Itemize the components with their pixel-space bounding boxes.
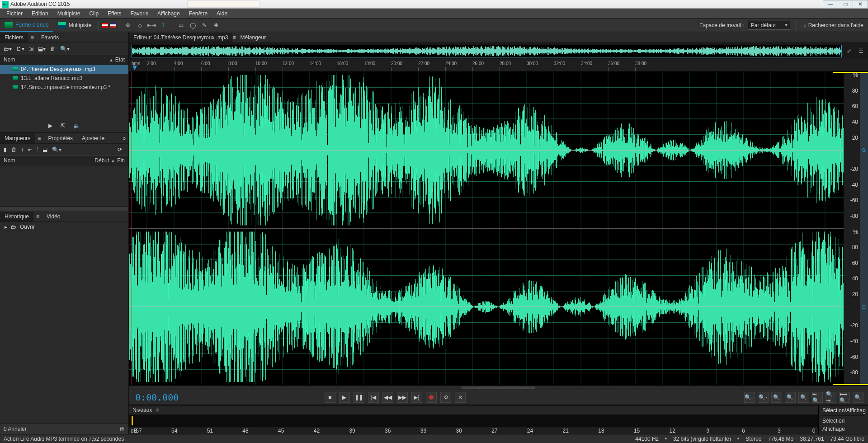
panel-menu-icon[interactable]: ≡ bbox=[35, 135, 43, 141]
zoom-tool-1-icon[interactable]: ⇤🔍 bbox=[812, 392, 823, 403]
rewind-button[interactable]: ◀◀ bbox=[382, 392, 393, 403]
scrollbar-thumb[interactable] bbox=[462, 386, 536, 389]
move-tool-icon[interactable]: ✥ bbox=[124, 21, 132, 29]
file-item[interactable]: 13.L_affaire Ranucci.mp3 bbox=[0, 74, 128, 83]
flag-icon-1[interactable] bbox=[102, 23, 108, 28]
mcol-name[interactable]: Nom bbox=[4, 157, 94, 164]
timecode[interactable]: 0:00.000 bbox=[129, 392, 185, 403]
search-files-icon[interactable]: 🔍▾ bbox=[60, 46, 70, 52]
marker-tool-2-icon[interactable]: ⇤ bbox=[28, 146, 33, 153]
tab-favoris[interactable]: Favoris bbox=[37, 33, 63, 42]
delete-icon[interactable]: 🗑 bbox=[50, 46, 56, 52]
more-tabs-icon[interactable]: » bbox=[120, 135, 128, 141]
panel-menu-icon[interactable]: ≡ bbox=[232, 34, 236, 41]
help-search[interactable]: ⌕ Rechercher dans l'aide bbox=[803, 22, 863, 28]
tab-fichiers[interactable]: Fichiers bbox=[0, 33, 28, 42]
import-icon[interactable]: ⇲ bbox=[29, 46, 33, 52]
file-item[interactable]: 14.Simo...mpossible innocente.mp3 * bbox=[0, 83, 128, 92]
panel-menu-icon[interactable]: ≡ bbox=[156, 407, 159, 413]
preview-autoplay-icon[interactable]: 🔈 bbox=[73, 123, 80, 129]
sort-icon[interactable]: ▴ bbox=[112, 157, 114, 164]
heal-tool-icon[interactable]: ✚ bbox=[212, 21, 220, 29]
zoom-tool-3-icon[interactable]: ⟷🔍 bbox=[839, 392, 850, 403]
waveform-display[interactable] bbox=[129, 72, 844, 385]
zoom-full-icon[interactable]: 🔍 bbox=[771, 392, 782, 403]
menu-aide[interactable]: Aide bbox=[213, 9, 231, 18]
col-state[interactable]: Etat bbox=[115, 57, 125, 63]
overview-waveform[interactable] bbox=[132, 45, 842, 57]
marker-tool-4-icon[interactable]: ⬓ bbox=[42, 146, 47, 153]
add-marker-icon[interactable]: ▮ bbox=[4, 146, 7, 153]
forward-button[interactable]: ▶▶ bbox=[397, 392, 408, 403]
record-button[interactable] bbox=[426, 392, 437, 403]
menu-affichage[interactable]: Affichage bbox=[154, 9, 184, 18]
preview-play-icon[interactable]: ▶ bbox=[48, 123, 52, 129]
go-start-button[interactable]: |◀ bbox=[368, 392, 379, 403]
brush-tool-icon[interactable]: ✎ bbox=[200, 21, 208, 29]
window-close-button[interactable]: ✕ bbox=[853, 0, 868, 8]
tab-historique[interactable]: Historique bbox=[0, 212, 33, 222]
mode-waveform-button[interactable]: Forme d'onde bbox=[0, 19, 53, 32]
workspace-select[interactable]: Par défaut bbox=[748, 21, 790, 30]
zoom-tool-2-icon[interactable]: 🔍⇥ bbox=[826, 392, 836, 403]
flag-icon-2[interactable] bbox=[110, 23, 116, 28]
delete-marker-icon[interactable]: 🗑 bbox=[11, 146, 17, 153]
stop-button[interactable]: ■ bbox=[325, 392, 335, 403]
go-end-button[interactable]: ▶| bbox=[411, 392, 422, 403]
tab-ajuster[interactable]: Ajuster le bbox=[77, 133, 109, 143]
panel-menu-icon[interactable]: ≡ bbox=[28, 34, 37, 41]
playhead-icon[interactable] bbox=[132, 66, 137, 70]
mode-multitrack-button[interactable]: Multipiste bbox=[53, 19, 96, 32]
marker-search-icon[interactable]: 🔍▾ bbox=[52, 146, 61, 153]
menu-fichier[interactable]: Fichier bbox=[3, 9, 26, 18]
zoom-out-icon[interactable]: 🔍- bbox=[758, 392, 769, 403]
tab-proprietes[interactable]: Propriétés bbox=[43, 133, 77, 143]
col-name[interactable]: Nom bbox=[4, 57, 110, 63]
lasso-tool-icon[interactable]: ◯ bbox=[189, 21, 197, 29]
selection-label[interactable]: Sélection bbox=[822, 418, 864, 424]
marker-tool-3-icon[interactable]: ⦙ bbox=[37, 146, 38, 153]
channel-right-label[interactable]: D bbox=[860, 229, 868, 386]
marker-more-icon[interactable]: ⟳ bbox=[115, 146, 125, 153]
levels-meter[interactable] bbox=[129, 415, 818, 427]
zoom-in-v-icon[interactable]: 🔍 bbox=[798, 392, 809, 403]
pause-button[interactable]: ❚❚ bbox=[354, 392, 364, 403]
view-label[interactable]: Affichage bbox=[822, 426, 864, 432]
mcol-end[interactable]: Fin bbox=[117, 157, 125, 164]
skip-button[interactable]: ⤭ bbox=[455, 392, 466, 403]
time-select-tool-icon[interactable]: 𝙸 bbox=[159, 21, 167, 29]
zoom-tool-4-icon[interactable]: 🔍 bbox=[853, 392, 863, 403]
h-scrollbar[interactable] bbox=[129, 385, 868, 390]
loop-button[interactable]: ⟲ bbox=[440, 392, 451, 403]
tab-editeur[interactable]: Editeur: 04.Thérèse Desqueyroux .mp3 bbox=[129, 33, 232, 42]
tab-melangeur[interactable]: Mélangeur bbox=[236, 33, 270, 42]
menu-effets[interactable]: Effets bbox=[104, 9, 125, 18]
sort-icon[interactable]: ▴ bbox=[110, 57, 113, 63]
mcol-start[interactable]: Début bbox=[94, 157, 109, 164]
tab-video[interactable]: Vidéo bbox=[42, 212, 65, 222]
slip-tool-icon[interactable]: ⇤⇥ bbox=[147, 21, 156, 29]
trash-icon[interactable]: 🗑 bbox=[119, 426, 125, 432]
history-item[interactable]: ▸ 🗁 Ouvrir bbox=[0, 222, 128, 232]
window-minimize-button[interactable]: — bbox=[823, 0, 838, 8]
view-options-icon[interactable]: ☰ bbox=[856, 47, 865, 56]
menu-favoris[interactable]: Favoris bbox=[127, 9, 152, 18]
window-maximize-button[interactable]: ▭ bbox=[838, 0, 853, 8]
zoom-sel-icon[interactable]: 🔍 bbox=[785, 392, 796, 403]
menu-clip[interactable]: Clip bbox=[85, 9, 102, 18]
menu-edition[interactable]: Edition bbox=[28, 9, 52, 18]
scrollbar[interactable] bbox=[0, 206, 128, 211]
marker-tool-1-icon[interactable]: ⦀ bbox=[21, 146, 24, 153]
preview-loop-icon[interactable]: ⇱ bbox=[61, 123, 65, 129]
razor-tool-icon[interactable]: ◇ bbox=[136, 21, 144, 29]
panel-menu-icon[interactable]: ≡ bbox=[33, 213, 42, 220]
new-file-icon[interactable]: 🗋▾ bbox=[16, 46, 24, 52]
menu-fenetre[interactable]: Fenêtre bbox=[185, 9, 211, 18]
insert-icon[interactable]: ⬓▾ bbox=[38, 46, 46, 52]
tab-marqueurs[interactable]: Marqueurs bbox=[0, 133, 35, 143]
channel-left-label[interactable]: G bbox=[860, 72, 868, 229]
open-file-icon[interactable]: 🗁▾ bbox=[4, 46, 12, 52]
zoom-nav-icon[interactable]: ⤢ bbox=[844, 47, 854, 56]
marquee-tool-icon[interactable]: ▭ bbox=[177, 21, 185, 29]
time-ruler[interactable]: hms 2:004:006:008:0010:0012:0014:0016:00… bbox=[129, 59, 868, 72]
